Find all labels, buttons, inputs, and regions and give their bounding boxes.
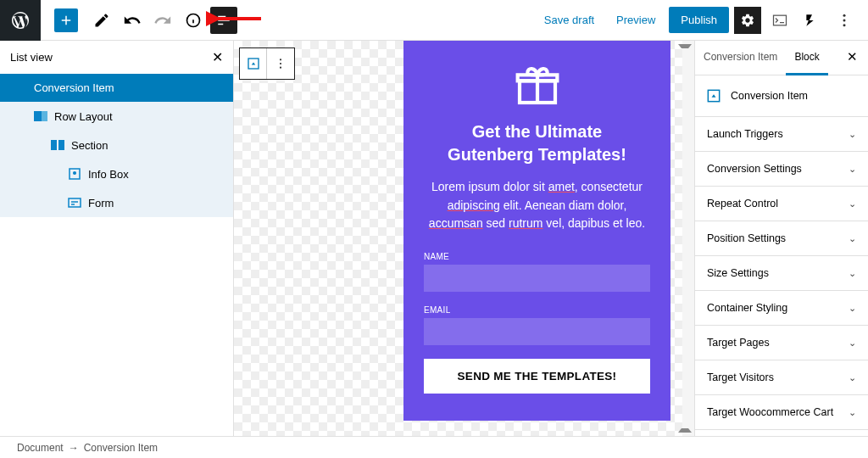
publish-button[interactable]: Publish [669,7,729,33]
listview-item-infobox[interactable]: Info Box [0,159,233,188]
chevron-down-icon: ⌄ [849,268,856,279]
svg-point-20 [280,67,281,69]
listview-header: List view ✕ [0,41,233,74]
listview-item-label: Form [88,197,114,209]
listview-panel: List view ✕ Conversion Item Row Layout S… [0,41,234,436]
chevron-down-icon: ⌄ [849,233,856,244]
listview-button[interactable] [210,7,237,34]
panel-repeat-control[interactable]: Repeat Control⌄ [695,187,868,221]
inspector-tabs: Conversion Item Block ✕ [695,41,868,75]
infobox-icon [68,167,81,181]
undo-button[interactable] [119,7,146,34]
svg-rect-9 [42,111,47,121]
editor-canvas[interactable]: Get the UltimateGutenberg Templates! Lor… [234,41,695,436]
email-input[interactable] [424,318,650,345]
listview-tree: Conversion Item Row Layout Section Info … [0,74,233,217]
listview-title: List view [10,51,53,64]
block-type-button[interactable] [240,48,267,79]
redo-button[interactable] [149,7,176,34]
block-toolbar [239,47,295,80]
svg-point-19 [280,63,281,64]
canvas-scrollbar[interactable] [682,41,694,436]
topbar: Save draft Preview Publish [0,0,868,41]
svg-rect-11 [58,140,64,150]
listview-item-section[interactable]: Section [0,131,233,159]
save-draft-link[interactable]: Save draft [536,8,603,31]
chevron-down-icon: ⌄ [849,303,856,314]
email-label: EMAIL [424,305,650,315]
chevron-down-icon: ⌄ [849,407,856,418]
panel-container-styling[interactable]: Container Styling⌄ [695,291,868,326]
panel-target-pages[interactable]: Target Pages⌄ [695,326,868,360]
popup-body: Lorem ipsum dolor sit amet, consectetur … [424,178,650,233]
svg-point-13 [74,172,76,175]
preview-link[interactable]: Preview [608,8,664,31]
section-icon [51,138,64,152]
breadcrumb-doc[interactable]: Document [17,442,64,454]
footer-breadcrumb: Document → Conversion Item [0,436,868,458]
chevron-down-icon: ⌄ [849,198,856,209]
listview-item-label: Row Layout [54,110,113,123]
chevron-down-icon: ⌄ [849,164,856,175]
panel-position-settings[interactable]: Position Settings⌄ [695,221,868,256]
tab-block[interactable]: Block [786,41,827,75]
inspector-close-icon[interactable]: ✕ [837,41,868,75]
inspector-block-row: Conversion Item [695,75,868,117]
panel-target-woocommerce[interactable]: Target Woocommerce Cart⌄ [695,395,868,430]
plugin-button-2[interactable] [798,7,826,34]
svg-point-5 [843,14,846,16]
chevron-down-icon: ⌄ [849,129,856,140]
listview-item-conversion[interactable]: Conversion Item [0,74,233,102]
name-input[interactable] [424,265,650,292]
block-more-button[interactable] [267,48,294,79]
panel-target-visitors[interactable]: Target Visitors⌄ [695,360,868,395]
svg-rect-14 [69,198,81,207]
toolbar-left [41,7,237,34]
toolbar-right: Save draft Preview Publish [536,7,868,34]
listview-item-label: Conversion Item [34,81,114,94]
settings-button[interactable] [734,7,761,34]
popup-heading: Get the UltimateGutenberg Templates! [424,120,650,166]
gift-icon [424,61,650,112]
wp-logo[interactable] [0,0,41,41]
panel-size-settings[interactable]: Size Settings⌄ [695,256,868,291]
breadcrumb-item[interactable]: Conversion Item [84,442,158,454]
listview-item-label: Section [71,139,108,152]
listview-item-form[interactable]: Form [0,188,233,217]
tab-conversion-item[interactable]: Conversion Item [695,41,786,75]
svg-point-6 [843,19,846,21]
conversion-block-icon [705,87,722,104]
inspector-block-name: Conversion Item [731,90,808,102]
listview-item-label: Info Box [88,168,129,181]
svg-point-7 [843,24,846,26]
main: List view ✕ Conversion Item Row Layout S… [0,41,868,436]
svg-rect-4 [774,15,787,25]
chevron-down-icon: ⌄ [849,372,856,383]
panel-launch-triggers[interactable]: Launch Triggers⌄ [695,117,868,152]
name-label: NAME [424,252,650,261]
conversion-popup: Get the UltimateGutenberg Templates! Lor… [403,41,670,421]
inspector-panel: Conversion Item Block ✕ Conversion Item … [695,41,868,436]
chevron-down-icon: ⌄ [849,338,856,349]
panel-target-devices[interactable]: Target Devices⌄ [695,430,868,436]
row-layout-icon [34,109,47,123]
panel-conversion-settings[interactable]: Conversion Settings⌄ [695,152,868,187]
breadcrumb-separator: → [69,442,79,454]
listview-item-rowlayout[interactable]: Row Layout [0,102,233,131]
plugin-button-1[interactable] [766,7,793,34]
edit-mode-button[interactable] [88,7,115,34]
svg-rect-10 [51,140,57,150]
more-menu-button[interactable] [831,7,858,34]
send-button[interactable]: SEND ME THE TEMPLATES! [424,359,650,394]
svg-point-18 [280,59,281,60]
listview-close-icon[interactable]: ✕ [212,49,223,65]
add-block-button[interactable] [54,8,78,32]
form-icon [68,196,81,209]
details-button[interactable] [180,7,207,34]
